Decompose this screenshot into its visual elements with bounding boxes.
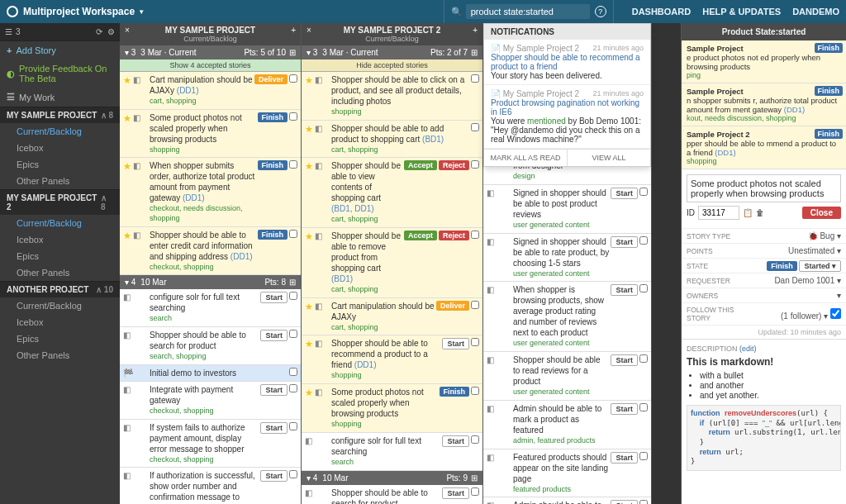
story-checkbox[interactable] — [471, 387, 479, 395]
nav-dashboard[interactable]: DASHBOARD — [632, 7, 692, 17]
result-story[interactable]: FinishSample Project 2pper should be abl… — [682, 126, 846, 169]
sidebar-item[interactable]: Epics — [0, 156, 120, 173]
iteration-header[interactable]: ▾ 410 MarPts: 9⊞ — [302, 471, 482, 485]
start-button[interactable]: Start — [611, 236, 638, 248]
story-row[interactable]: ★◧Shopper should be able to recommend a … — [302, 335, 482, 384]
story-row[interactable]: ★◧Shopper should be able to view content… — [302, 158, 482, 228]
sidebar-item[interactable]: Icebox — [0, 140, 120, 156]
accepted-toggle[interactable]: Hide accepted stories — [302, 59, 482, 72]
finish-button[interactable]: Finish — [815, 43, 844, 53]
story-checkbox[interactable] — [289, 230, 297, 238]
story-row[interactable]: ◧Shopper should be able to search for pr… — [120, 327, 301, 365]
sidebar-project-header[interactable]: MY SAMPLE PROJECT 2∧ 8 — [0, 189, 120, 215]
reject-button[interactable]: Reject — [439, 231, 469, 240]
story-id-input[interactable] — [698, 206, 739, 220]
notif-item[interactable]: 21 minutes ago📄 My Sample Project 2Produ… — [484, 85, 650, 149]
story-checkbox[interactable] — [639, 500, 648, 504]
start-button[interactable]: Start — [611, 284, 638, 296]
story-row[interactable]: ◧Signed in shopper should be able to pos… — [483, 185, 651, 234]
story-checkbox[interactable] — [639, 188, 648, 196]
story-row[interactable]: ★◧Some product photos not scaled properl… — [120, 110, 301, 159]
story-checkbox[interactable] — [639, 236, 648, 245]
start-button[interactable]: Start — [442, 487, 469, 499]
finish-button[interactable]: Finish — [815, 129, 844, 139]
finish-button[interactable]: Finish — [767, 261, 797, 271]
finish-button[interactable]: Finish — [258, 112, 288, 122]
story-row[interactable]: ★◧Shopper should be able to add product … — [302, 121, 482, 159]
iteration-header[interactable]: ▾ 33 Mar · CurrentPts: 2 of 7⊞ — [302, 45, 482, 59]
refresh-icon[interactable]: ⟳ — [96, 27, 102, 36]
sidebar-item[interactable]: Other Panels — [0, 173, 120, 189]
add-icon[interactable]: + — [291, 26, 296, 35]
close-icon[interactable]: × — [125, 26, 130, 35]
story-checkbox[interactable] — [289, 470, 297, 478]
start-button[interactable]: Start — [260, 422, 288, 434]
iteration-header[interactable]: ▾ 410 MarPts: 8⊞ — [120, 275, 301, 289]
search-input[interactable] — [466, 4, 590, 19]
sidebar-item[interactable]: Current/Backlog — [0, 297, 120, 314]
story-checkbox[interactable] — [289, 112, 297, 121]
sidebar-item[interactable]: Current/Backlog — [0, 123, 120, 140]
story-checkbox[interactable] — [639, 452, 648, 460]
story-checkbox[interactable] — [471, 338, 479, 346]
finish-button[interactable]: Finish — [440, 387, 470, 397]
story-row[interactable]: ★◧Shopper should be able to click on a p… — [302, 72, 482, 121]
story-row[interactable]: ◧Integrate with payment gatewaycheckout,… — [120, 382, 301, 420]
start-button[interactable]: Start — [611, 452, 638, 464]
story-row[interactable]: ◧When shopper is browsing products, show… — [483, 282, 651, 352]
delete-icon[interactable]: 🗑 — [756, 208, 764, 217]
sidebar-item[interactable]: Epics — [0, 330, 120, 347]
field-row[interactable]: OWNERS ▾ — [682, 288, 846, 302]
accept-button[interactable]: Accept — [404, 231, 437, 240]
story-checkbox[interactable] — [471, 123, 479, 131]
story-checkbox[interactable] — [289, 292, 297, 300]
story-row[interactable]: ★◧When shopper submits order, authorize … — [120, 158, 301, 226]
story-checkbox[interactable] — [289, 330, 297, 338]
deliver-button[interactable]: Deliver — [436, 301, 469, 311]
start-button[interactable]: Start — [442, 338, 469, 349]
settings-icon[interactable]: ⚙ — [107, 27, 115, 36]
story-checkbox[interactable] — [289, 368, 297, 376]
hamburger-icon[interactable]: ☰ — [5, 27, 12, 36]
finish-button[interactable]: Finish — [815, 86, 844, 96]
story-row[interactable]: ★◧Some product photos not scaled properl… — [302, 384, 482, 433]
iteration-header[interactable]: ▾ 33 Mar · CurrentPts: 5 of 10⊞ — [120, 45, 301, 59]
story-row[interactable]: ★◧Shopper should be able to enter credit… — [120, 227, 301, 276]
story-checkbox[interactable] — [471, 301, 479, 309]
sidebar-item[interactable]: Icebox — [0, 314, 120, 330]
feedback-link[interactable]: ◐Provide Feedback On The Beta — [0, 59, 120, 88]
sidebar-item[interactable]: Epics — [0, 248, 120, 264]
field-row[interactable]: FOLLOW THIS STORY (1 follower) ▾ — [682, 302, 846, 325]
add-story-button[interactable]: +Add Story — [0, 41, 120, 59]
nav-help[interactable]: HELP & UPDATES — [702, 7, 781, 17]
nav-user[interactable]: DANDEMO — [792, 7, 839, 17]
story-checkbox[interactable] — [471, 435, 479, 444]
accept-button[interactable]: Accept — [404, 160, 437, 170]
field-row[interactable]: REQUESTER Dan Demo 1001 ▾ — [682, 273, 846, 288]
story-checkbox[interactable] — [471, 74, 479, 83]
workspace-name[interactable]: Multiproject Workspace — [23, 6, 135, 17]
story-checkbox[interactable] — [639, 284, 648, 292]
finish-button[interactable]: Finish — [258, 160, 288, 170]
notif-item[interactable]: 21 minutes ago📄 My Sample Project 2Shopp… — [484, 40, 650, 85]
start-button[interactable]: Start — [611, 354, 638, 366]
mark-all-read-button[interactable]: MARK ALL AS READ — [484, 150, 568, 166]
story-checkbox[interactable] — [471, 487, 479, 496]
story-row[interactable]: ◧configure solr for full text searchings… — [120, 289, 301, 327]
start-button[interactable]: Start — [611, 500, 638, 504]
sidebar-project-header[interactable]: ANOTHER PROJECT∧ 10 — [0, 281, 120, 297]
sidebar-item[interactable]: Icebox — [0, 231, 120, 248]
edit-link[interactable]: (edit) — [739, 345, 757, 353]
story-row[interactable]: ◧Admin should be able to create and edit… — [483, 497, 651, 504]
story-row[interactable]: ◧If system fails to authorize payment am… — [120, 420, 301, 468]
story-row[interactable]: ◧Shopper should be able to search for pr… — [302, 485, 482, 505]
story-checkbox[interactable] — [471, 160, 479, 169]
story-row[interactable]: ◧Shopper should be able to read reviews … — [483, 352, 651, 401]
help-icon[interactable]: ? — [595, 6, 606, 17]
sidebar-project-header[interactable]: MY SAMPLE PROJECT∧ 8 — [0, 107, 120, 123]
result-story[interactable]: FinishSample Projectn shopper submits r,… — [682, 83, 846, 126]
follow-checkbox[interactable] — [830, 308, 841, 319]
start-button[interactable]: Start — [611, 403, 638, 415]
story-row[interactable]: ◧Featured products should appear on the … — [483, 449, 651, 498]
finish-button[interactable]: Finish — [258, 230, 288, 240]
